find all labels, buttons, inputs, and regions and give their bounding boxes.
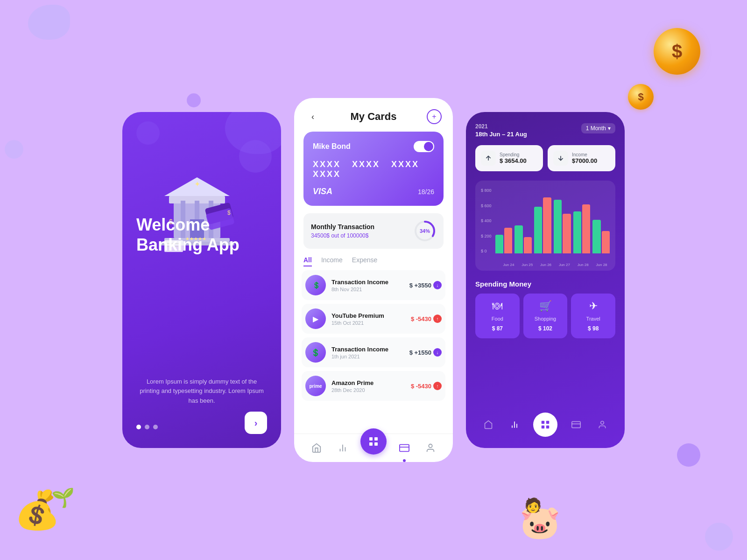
shopping-amount: $ 102 — [538, 325, 552, 332]
y-label-800: $ 800 — [481, 188, 492, 193]
card-top-row: Mike Bond — [313, 141, 434, 152]
tx-amount-2: $ -5430 ↑ — [411, 315, 442, 323]
tab-expense[interactable]: Expense — [352, 256, 377, 266]
bar-red-1 — [504, 228, 512, 253]
y-label-600: $ 600 — [481, 203, 492, 208]
cards-header: ‹ My Cards + — [294, 98, 453, 132]
tx-name-3: Transaction Income — [331, 346, 409, 353]
income-info: Income $7000.00 — [572, 152, 597, 164]
bar-group-1 — [495, 228, 513, 253]
monthly-transaction-section: Monthly Transaction 34500$ out of 100000… — [303, 213, 444, 249]
nav-wallet[interactable] — [396, 440, 413, 456]
fab-button[interactable] — [360, 428, 387, 455]
tx-info-2: YouTube Premium 15th Oct 2021 — [331, 312, 411, 326]
tab-income[interactable]: Income — [321, 256, 343, 266]
income-icon — [553, 151, 568, 166]
period-dropdown-icon: ▾ — [608, 125, 611, 132]
x-label-4: Jun 27 — [556, 263, 572, 267]
tx-arrow-4: ↑ — [433, 382, 442, 390]
nav-home[interactable] — [308, 440, 325, 456]
chart-nav-analytics[interactable] — [507, 417, 522, 432]
person-decoration: 🧑 — [524, 497, 542, 513]
travel-amount: $ 98 — [588, 325, 599, 332]
svg-point-43 — [601, 421, 604, 425]
tx-arrow-1: ↓ — [433, 281, 442, 289]
dot-3 — [153, 425, 158, 429]
welcome-panel: ✦ $ $ ★★★★★ Welcome Banking App Lorem Ip… — [122, 112, 281, 448]
bar-chart: $ 0 $ 200 $ 400 $ 600 $ 800 — [475, 181, 615, 271]
tx-name-4: Amazon Prime — [331, 379, 411, 386]
period-label: 1 Month — [586, 125, 606, 132]
back-button[interactable]: ‹ — [305, 109, 320, 124]
bar-red-5 — [582, 204, 590, 253]
transaction-item[interactable]: ▶ YouTube Premium 15th Oct 2021 $ -5430 … — [302, 304, 445, 334]
chart-nav-profile[interactable] — [595, 417, 610, 432]
svg-rect-38 — [546, 421, 549, 424]
chart-fab-button[interactable] — [533, 413, 557, 437]
bar-red-6 — [602, 231, 610, 253]
card-toggle[interactable] — [414, 141, 434, 152]
tab-all[interactable]: All — [303, 256, 312, 266]
x-label-1: Jun 24 — [500, 263, 517, 267]
credit-card: Mike Bond XXXX XXXX XXXX XXXX VISA 18/26 — [303, 132, 444, 206]
x-label-3: Jun 26 — [538, 263, 554, 267]
monthly-detail: 34500$ out of 100000$ — [311, 232, 374, 239]
purple-circle-1 — [677, 443, 700, 467]
svg-rect-41 — [572, 421, 580, 427]
spend-card-food[interactable]: 🍽 Food $ 87 — [475, 294, 520, 338]
bar-red-2 — [524, 237, 532, 253]
tx-icon-youtube: ▶ — [305, 308, 326, 329]
x-label-2: Jun 25 — [519, 263, 536, 267]
nav-profile[interactable] — [422, 440, 439, 456]
food-icon: 🍽 — [492, 300, 502, 312]
chart-range: 18th Jun – 21 Aug — [475, 131, 527, 138]
bar-group-3 — [534, 197, 551, 253]
next-button[interactable]: › — [245, 412, 267, 434]
monthly-percent-label: 34% — [420, 228, 430, 234]
y-label-0: $ 0 — [481, 249, 492, 253]
svg-rect-27 — [369, 442, 373, 446]
spend-card-shopping[interactable]: 🛒 Shopping $ 102 — [523, 294, 568, 338]
nav-chart[interactable] — [334, 440, 351, 456]
svg-rect-40 — [546, 426, 549, 428]
food-amount: $ 87 — [492, 325, 503, 332]
bar-green-2 — [514, 225, 522, 253]
transaction-tabs: All Income Expense — [294, 254, 453, 270]
y-label-400: $ 400 — [481, 218, 492, 223]
transaction-item[interactable]: prime Amazon Prime 28th Dec 2020 $ -5430… — [302, 371, 445, 401]
bottom-navigation — [294, 434, 453, 462]
income-amount: $7000.00 — [572, 157, 597, 164]
chart-date-range: 2021 18th Jun – 21 Aug — [475, 123, 527, 138]
svg-rect-37 — [542, 421, 544, 424]
travel-icon: ✈ — [589, 300, 598, 312]
card-holder-name: Mike Bond — [313, 142, 351, 151]
dot-2 — [145, 425, 149, 429]
y-label-200: $ 200 — [481, 234, 492, 238]
svg-rect-25 — [369, 437, 373, 441]
spend-card-travel[interactable]: ✈ Travel $ 98 — [571, 294, 615, 338]
svg-rect-28 — [374, 442, 378, 446]
spending-money-title: Spending Money — [475, 280, 615, 288]
transaction-item[interactable]: 💲 Transaction Income 8th Nov 2021 $ +355… — [302, 270, 445, 300]
transaction-item[interactable]: 💲 Transaction Income 1th jun 2021 $ +155… — [302, 337, 445, 367]
cards-panel: ‹ My Cards + Mike Bond XXXX XXXX XXXX XX… — [294, 98, 453, 462]
svg-rect-29 — [400, 445, 409, 452]
tx-info-1: Transaction Income 8th Nov 2021 — [331, 279, 409, 292]
spending-amount: $ 3654.00 — [500, 157, 527, 164]
bar-group-5 — [573, 204, 591, 253]
chart-header: 2021 18th Jun – 21 Aug 1 Month ▾ — [475, 123, 615, 138]
x-label-6: Jun 28 — [593, 263, 610, 267]
bg-blob-bottom-right — [705, 523, 733, 551]
add-card-button[interactable]: + — [427, 109, 442, 124]
tx-date-2: 15th Oct 2021 — [331, 320, 411, 326]
bar-green-6 — [592, 220, 600, 253]
period-selector[interactable]: 1 Month ▾ — [581, 123, 615, 133]
chart-nav-home[interactable] — [481, 417, 496, 432]
spending-stat-card: Spending $ 3654.00 — [475, 145, 543, 171]
tx-name-1: Transaction Income — [331, 279, 409, 286]
purple-circle-2 — [187, 93, 201, 107]
stats-row: Spending $ 3654.00 Income $7000.00 — [475, 145, 615, 171]
svg-text:✦: ✦ — [194, 180, 200, 188]
monthly-title: Monthly Transaction — [311, 223, 374, 231]
chart-nav-wallet[interactable] — [569, 417, 584, 432]
